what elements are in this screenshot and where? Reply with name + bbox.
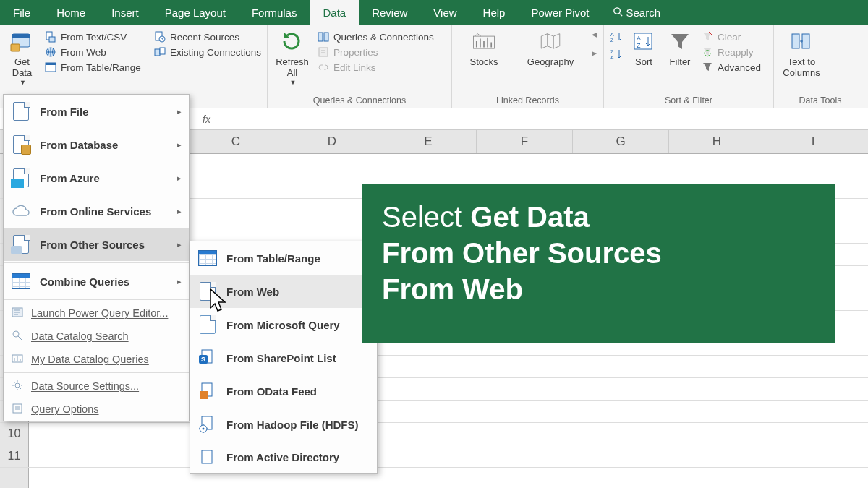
col-header[interactable]: E [380,130,477,153]
from-table-range-button[interactable]: From Table/Range [43,60,149,74]
stocks-button[interactable]: Stocks [459,28,509,68]
menu-from-other-sources[interactable]: From Other Sources ▸ [4,228,189,261]
recent-icon [153,30,166,43]
tab-view[interactable]: View [420,0,469,25]
chevron-right-icon: ▸ [177,240,182,249]
table-icon [197,248,218,268]
callout-line2: From Other Sources [382,235,815,271]
chevron-right-icon: ▸ [177,107,182,116]
linked-nav[interactable]: ◂ ▸ [592,28,597,59]
settings-icon [11,379,24,394]
edit-links-label: Edit Links [333,62,376,73]
filter-button[interactable]: Filter [663,28,697,68]
svg-rect-14 [318,33,323,41]
menu-data-source-settings[interactable]: Data Source Settings... [4,374,189,398]
row-header[interactable] [0,468,29,488]
chevron-right-icon: ▸ [177,207,182,216]
submenu-from-table-range[interactable]: From Table/Range [190,241,377,275]
from-web-button[interactable]: From Web [43,45,149,59]
from-text-csv-label: From Text/CSV [61,32,127,43]
sort-desc-button[interactable]: ZA [608,47,624,61]
row-header[interactable]: 10 [0,423,29,445]
menu-data-source-settings-label: Data Source Settings... [31,380,139,392]
menu-query-options[interactable]: Query Options [4,398,189,421]
text-to-columns-button[interactable]: Text to Columns [778,28,825,79]
svg-text:S: S [201,356,205,363]
col-header[interactable]: D [284,130,380,153]
svg-rect-35 [13,404,22,413]
tab-formulas[interactable]: Formulas [239,0,310,25]
submenu-from-active-directory[interactable]: From Active Directory [190,441,377,473]
submenu-from-table-range-label: From Table/Range [226,252,320,265]
submenu-from-ms-query[interactable]: From Microsoft Query [190,308,377,341]
instruction-callout: Select Get Data From Other Sources From … [362,184,835,343]
submenu-from-ms-query-label: From Microsoft Query [226,319,340,331]
submenu-from-odata-feed[interactable]: From OData Feed [190,374,377,408]
chevron-left-icon[interactable]: ◂ [592,28,597,40]
col-header[interactable]: F [477,130,573,153]
tab-data[interactable]: Data [310,0,359,25]
col-header[interactable]: I [765,130,861,153]
from-text-csv-button[interactable]: From Text/CSV [43,30,149,44]
col-header[interactable]: G [573,130,669,153]
svg-text:Z: Z [610,49,614,54]
tab-insert[interactable]: Insert [98,0,152,25]
tab-file[interactable]: File [0,0,43,25]
tell-me-search[interactable]: Search [603,7,671,20]
get-data-icon [9,30,34,54]
submenu-from-web[interactable]: From Web [190,275,377,308]
get-data-button[interactable]: Get Data ▼ [4,28,40,86]
menu-my-data-catalog-queries[interactable]: My Data Catalog Queries [4,348,189,371]
submenu-from-sharepoint-label: From SharePoint List [226,352,336,364]
queries-connections-button[interactable]: Queries & Connections [315,30,435,44]
menu-from-file[interactable]: From File ▸ [4,95,189,128]
geography-button[interactable]: Geography [518,28,583,68]
tab-page-layout[interactable]: Page Layout [152,0,239,25]
submenu-from-hadoop[interactable]: From Hadoop File (HDFS) [190,408,377,441]
menu-combine-queries[interactable]: Combine Queries ▸ [4,265,189,298]
svg-point-32 [13,331,19,337]
refresh-all-button[interactable]: Refresh All ▼ [272,28,312,86]
svg-rect-40 [200,391,208,399]
menu-data-catalog-search[interactable]: Data Catalog Search [4,325,189,348]
reapply-label: Reapply [718,47,754,58]
recent-sources-button[interactable]: Recent Sources [152,30,263,44]
col-header[interactable]: C [188,130,284,153]
sort-asc-button[interactable]: AZ [608,30,624,44]
combine-icon [11,271,31,291]
chevron-right-icon: ▸ [177,277,182,286]
submenu-from-hadoop-label: From Hadoop File (HDFS) [226,419,359,431]
web-page-icon [197,281,218,301]
existing-connections-button[interactable]: Existing Connections [152,45,263,59]
menu-from-database[interactable]: From Database ▸ [4,128,189,161]
callout-line3: From Web [382,271,815,307]
clear-filter-button: Clear [699,30,762,44]
submenu-from-web-label: From Web [226,286,279,298]
table-icon [44,61,57,74]
tab-help[interactable]: Help [470,0,519,25]
sharepoint-icon: S [197,348,218,368]
refresh-all-label: Refresh All [276,57,309,79]
svg-rect-25 [792,34,799,48]
catalog-icon [11,352,24,367]
tab-power-pivot[interactable]: Power Pivot [518,0,602,25]
menu-data-catalog-search-label: Data Catalog Search [31,330,129,342]
svg-rect-26 [802,34,809,48]
ribbon-tabstrip: File Home Insert Page Layout Formulas Da… [0,0,868,25]
active-directory-icon [197,447,218,467]
tab-home[interactable]: Home [43,0,98,25]
reapply-icon [701,46,714,59]
menu-from-online-services[interactable]: From Online Services ▸ [4,194,189,228]
submenu-from-sharepoint-list[interactable]: S From SharePoint List [190,341,377,374]
svg-text:Z: Z [610,38,614,43]
col-header[interactable]: H [669,130,765,153]
sort-button[interactable]: AZ Sort [627,28,660,68]
existing-connections-label: Existing Connections [170,47,261,58]
menu-launch-pq-editor[interactable]: Launch Power Query Editor... [4,301,189,325]
tab-review[interactable]: Review [359,0,420,25]
menu-from-azure[interactable]: From Azure ▸ [4,161,189,194]
advanced-filter-button[interactable]: Advanced [699,60,762,74]
menu-from-online-services-label: From Online Services [40,205,151,218]
chevron-right-icon[interactable]: ▸ [592,47,597,59]
row-header[interactable]: 11 [0,445,29,467]
